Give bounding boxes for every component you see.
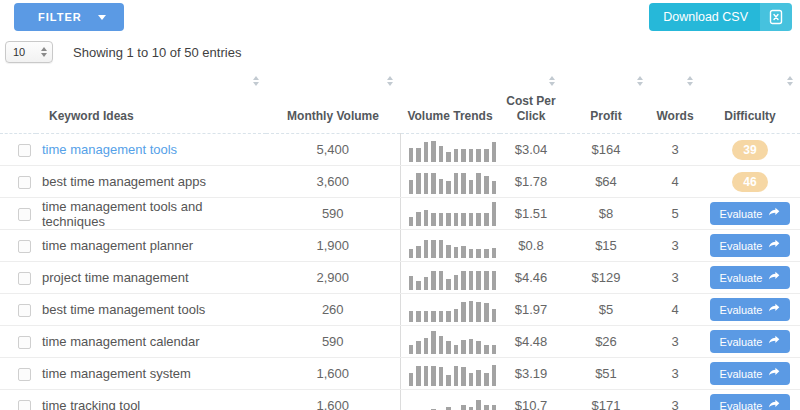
stepper-icon — [41, 47, 47, 57]
table-header-row: Keyword Ideas Monthly Volume Volume Tren… — [0, 70, 800, 134]
keyword-link[interactable]: time management tools — [42, 142, 177, 157]
keyword-table: Keyword Ideas Monthly Volume Volume Tren… — [0, 70, 800, 410]
profit-value: $5 — [562, 294, 650, 326]
table-row: time management tools5,400$3.04$164339 — [0, 134, 800, 166]
cpc-value: $1.97 — [500, 294, 562, 326]
row-checkbox[interactable] — [18, 304, 31, 317]
share-arrow-icon — [768, 335, 780, 348]
volume-trend-sparkline — [409, 137, 497, 162]
table-controls: 10 Showing 1 to 10 of 50 entries — [0, 36, 800, 70]
table-row: time management planner1,900$0.8$153Eval… — [0, 230, 800, 262]
evaluate-button[interactable]: Evaluate — [710, 394, 791, 410]
words-value: 3 — [650, 358, 700, 390]
top-toolbar: FILTER Download CSV — [0, 0, 800, 36]
monthly-volume-value: 590 — [266, 326, 400, 358]
words-value: 3 — [650, 134, 700, 166]
sort-icon[interactable] — [387, 76, 393, 86]
cpc-value: $3.04 — [500, 134, 562, 166]
filter-button[interactable]: FILTER — [14, 3, 124, 31]
column-header-keyword-ideas[interactable]: Keyword Ideas — [36, 70, 266, 134]
table-row: time tracking tool1,600$10.7$1713Evaluat… — [0, 390, 800, 410]
evaluate-button[interactable]: Evaluate — [710, 234, 791, 257]
keyword-link[interactable]: best time management apps — [42, 174, 206, 189]
words-value: 4 — [650, 166, 700, 198]
row-checkbox[interactable] — [18, 144, 31, 157]
share-arrow-icon — [768, 239, 780, 252]
evaluate-button-label: Evaluate — [720, 304, 763, 316]
table-row: project time management2,900$4.46$1293Ev… — [0, 262, 800, 294]
keyword-link[interactable]: best time management tools — [42, 302, 205, 317]
row-checkbox[interactable] — [18, 176, 31, 189]
difficulty-badge: 39 — [732, 140, 768, 160]
download-csv-label: Download CSV — [649, 3, 760, 31]
sort-icon[interactable] — [637, 76, 643, 86]
cpc-value: $4.48 — [500, 326, 562, 358]
keyword-link[interactable]: time management planner — [42, 238, 193, 253]
keyword-link[interactable]: project time management — [42, 270, 189, 285]
keyword-link[interactable]: time management tools and techniques — [42, 199, 202, 229]
row-checkbox[interactable] — [18, 368, 31, 381]
sort-icon[interactable] — [687, 76, 693, 86]
column-header-profit[interactable]: Profit — [562, 70, 650, 134]
table-row: time management calendar590$4.48$263Eval… — [0, 326, 800, 358]
sort-icon[interactable] — [253, 76, 259, 86]
evaluate-button-label: Evaluate — [720, 368, 763, 380]
sort-icon[interactable] — [787, 76, 793, 86]
page-size-value: 10 — [13, 46, 25, 58]
profit-value: $15 — [562, 230, 650, 262]
row-checkbox[interactable] — [18, 336, 31, 349]
volume-trend-sparkline — [409, 265, 497, 290]
excel-file-icon — [760, 3, 792, 31]
row-checkbox[interactable] — [18, 400, 31, 410]
cpc-value: $1.78 — [500, 166, 562, 198]
row-checkbox[interactable] — [18, 272, 31, 285]
cpc-value: $1.51 — [500, 198, 562, 230]
column-header-difficulty[interactable]: Difficulty — [700, 70, 800, 134]
share-arrow-icon — [768, 367, 780, 380]
volume-trend-sparkline — [409, 169, 497, 194]
row-checkbox[interactable] — [18, 240, 31, 253]
evaluate-button[interactable]: Evaluate — [710, 298, 791, 321]
sort-icon[interactable] — [549, 76, 555, 86]
words-value: 3 — [650, 262, 700, 294]
evaluate-button[interactable]: Evaluate — [710, 362, 791, 385]
column-header-monthly-volume[interactable]: Monthly Volume — [266, 70, 400, 134]
words-value: 4 — [650, 294, 700, 326]
words-value: 5 — [650, 198, 700, 230]
monthly-volume-value: 3,600 — [266, 166, 400, 198]
profit-value: $164 — [562, 134, 650, 166]
evaluate-button-label: Evaluate — [720, 240, 763, 252]
chevron-down-icon — [98, 15, 106, 20]
keyword-link[interactable]: time tracking tool — [42, 398, 140, 410]
evaluate-button-label: Evaluate — [720, 400, 763, 410]
profit-value: $129 — [562, 262, 650, 294]
column-header-cost-per-click[interactable]: Cost Per Click — [500, 70, 562, 134]
column-header-volume-trends: Volume Trends — [400, 70, 500, 134]
evaluate-button-label: Evaluate — [720, 272, 763, 284]
table-row: time management system1,600$3.19$513Eval… — [0, 358, 800, 390]
evaluate-button[interactable]: Evaluate — [710, 330, 791, 353]
cpc-value: $0.8 — [500, 230, 562, 262]
keyword-link[interactable]: time management system — [42, 366, 191, 381]
page-size-select[interactable]: 10 — [5, 41, 53, 63]
monthly-volume-value: 260 — [266, 294, 400, 326]
cpc-value: $10.7 — [500, 390, 562, 410]
evaluate-button-label: Evaluate — [720, 208, 763, 220]
share-arrow-icon — [768, 303, 780, 316]
column-header-words[interactable]: Words — [650, 70, 700, 134]
volume-trend-sparkline — [409, 361, 497, 386]
monthly-volume-value: 1,900 — [266, 230, 400, 262]
download-csv-button[interactable]: Download CSV — [649, 3, 792, 31]
header-checkbox-spacer — [0, 70, 36, 134]
keyword-link[interactable]: time management calendar — [42, 334, 200, 349]
evaluate-button[interactable]: Evaluate — [710, 266, 791, 289]
difficulty-badge: 46 — [732, 172, 768, 192]
evaluate-button[interactable]: Evaluate — [710, 202, 791, 225]
words-value: 3 — [650, 230, 700, 262]
share-arrow-icon — [768, 399, 780, 410]
profit-value: $51 — [562, 358, 650, 390]
monthly-volume-value: 1,600 — [266, 390, 400, 410]
profit-value: $171 — [562, 390, 650, 410]
monthly-volume-value: 1,600 — [266, 358, 400, 390]
row-checkbox[interactable] — [18, 208, 31, 221]
